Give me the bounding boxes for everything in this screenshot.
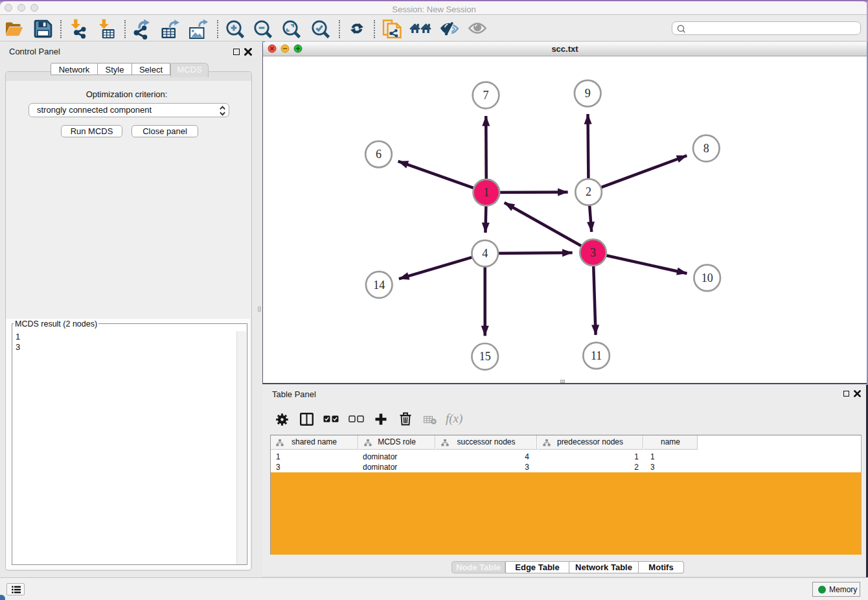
svg-text:2: 2 [586, 185, 591, 198]
svg-text:6: 6 [376, 148, 382, 161]
svg-text:1: 1 [483, 186, 489, 199]
svg-text:11: 11 [591, 349, 602, 362]
svg-text:15: 15 [479, 350, 491, 363]
svg-text:8: 8 [703, 142, 709, 155]
svg-text:10: 10 [702, 271, 713, 284]
svg-text:4: 4 [482, 247, 488, 260]
svg-text:7: 7 [483, 89, 489, 102]
svg-text:9: 9 [585, 87, 591, 100]
svg-text:14: 14 [373, 279, 385, 292]
svg-text:3: 3 [590, 246, 596, 259]
